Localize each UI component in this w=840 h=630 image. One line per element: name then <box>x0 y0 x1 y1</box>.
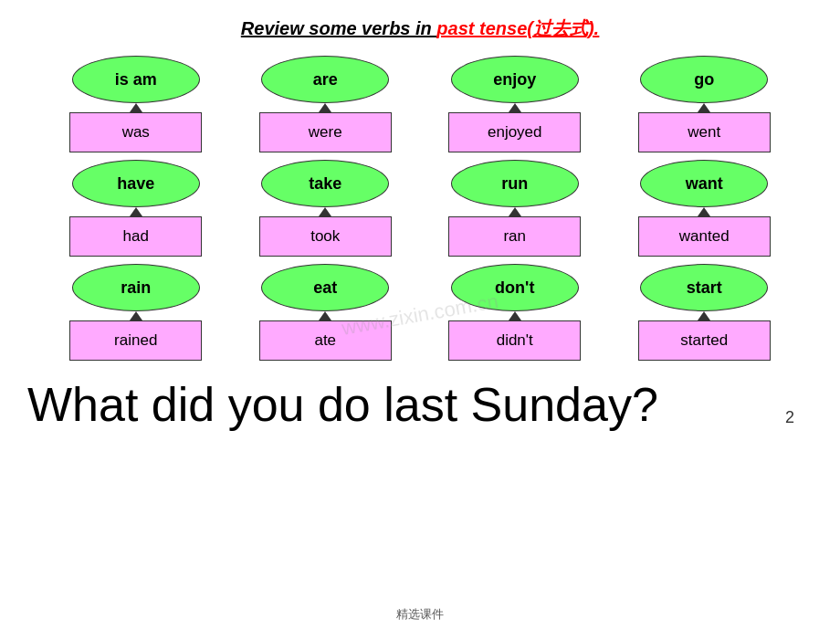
arrow-up-icon <box>509 207 521 216</box>
main-question: What did you do last Sunday? <box>27 379 658 431</box>
present-tense-ellipse: don't <box>451 264 579 311</box>
arrow-up-icon <box>509 311 521 320</box>
arrow-up-icon <box>698 103 710 112</box>
title-prefix: Review some verbs in <box>241 18 437 38</box>
past-tense-rect: rained <box>69 320 202 361</box>
arrow-up-icon <box>319 311 331 320</box>
past-tense-rect: wanted <box>638 216 771 257</box>
bottom-section: What did you do last Sunday? 2 <box>18 370 822 431</box>
present-tense-ellipse: take <box>261 160 389 207</box>
past-tense-rect: didn't <box>448 320 581 361</box>
past-tense-rect: was <box>69 112 202 152</box>
past-tense-rect: were <box>259 112 392 152</box>
verb-grid: is amwasarewereenjoyenjoyedgowenthavehad… <box>18 56 822 361</box>
present-tense-ellipse: is am <box>72 56 200 103</box>
present-tense-ellipse: want <box>640 160 768 207</box>
past-tense-rect: started <box>638 320 771 361</box>
verb-pair: taketook <box>236 160 416 257</box>
present-tense-ellipse: run <box>451 160 579 207</box>
page-number: 2 <box>785 408 794 431</box>
present-tense-ellipse: go <box>640 56 768 103</box>
arrow-up-icon <box>130 103 142 112</box>
past-tense-rect: ate <box>259 320 392 361</box>
arrow-up-icon <box>130 207 142 216</box>
slide: Review some verbs in past tense(过去式). is… <box>0 0 840 630</box>
slide-title: Review some verbs in past tense(过去式). <box>18 16 822 41</box>
present-tense-ellipse: have <box>72 160 200 207</box>
arrow-up-icon <box>698 311 710 320</box>
present-tense-ellipse: start <box>640 264 768 311</box>
verb-pair: enjoyenjoyed <box>425 56 605 152</box>
arrow-up-icon <box>319 207 331 216</box>
arrow-up-icon <box>130 311 142 320</box>
present-tense-ellipse: eat <box>261 264 389 311</box>
present-tense-ellipse: enjoy <box>451 56 579 103</box>
verb-pair: is amwas <box>46 56 226 152</box>
past-tense-rect: took <box>259 216 392 257</box>
past-tense-rect: went <box>638 112 771 152</box>
footer-text: 精选课件 <box>396 606 444 623</box>
verb-pair: wantwanted <box>614 160 795 257</box>
present-tense-ellipse: rain <box>72 264 200 311</box>
verb-pair: rainrained <box>46 264 226 361</box>
verb-pair: startstarted <box>614 264 795 361</box>
verb-pair: gowent <box>614 56 795 152</box>
arrow-up-icon <box>319 103 331 112</box>
present-tense-ellipse: are <box>261 56 389 103</box>
past-tense-rect: ran <box>448 216 581 257</box>
past-tense-rect: had <box>69 216 202 257</box>
arrow-up-icon <box>509 103 521 112</box>
verb-pair: havehad <box>46 160 226 257</box>
arrow-up-icon <box>698 207 710 216</box>
verb-pair: don'tdidn't <box>425 264 605 361</box>
verb-pair: eatate <box>236 264 416 361</box>
past-tense-rect: enjoyed <box>448 112 581 152</box>
verb-pair: runran <box>425 160 605 257</box>
title-highlight: past tense(过去式). <box>436 18 599 38</box>
verb-pair: arewere <box>236 56 416 152</box>
